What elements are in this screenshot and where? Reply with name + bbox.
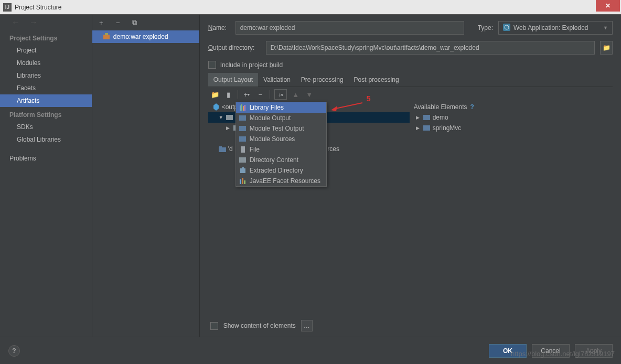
nav-forward-icon[interactable]: → xyxy=(29,18,38,27)
svg-rect-18 xyxy=(244,180,245,184)
sidebar-item-sdks[interactable]: SDKs xyxy=(0,121,92,133)
expand-icon[interactable]: ▶ xyxy=(416,125,421,131)
svg-rect-12 xyxy=(244,105,245,111)
web-icon xyxy=(503,24,510,33)
copy-artifact-button[interactable]: ⧉ xyxy=(130,18,140,27)
folder-icon xyxy=(239,156,247,164)
file-icon xyxy=(239,146,247,153)
move-up-button[interactable]: ▲ xyxy=(291,90,301,99)
svg-rect-5 xyxy=(219,147,226,152)
svg-rect-9 xyxy=(240,105,241,111)
titlebar: IJ Project Structure ✕ xyxy=(0,0,621,15)
popup-javaee-facet[interactable]: JavaEE Facet Resources xyxy=(236,176,326,186)
sort-button[interactable]: ↓a xyxy=(274,89,287,100)
annotation-number: 5 xyxy=(367,94,371,103)
move-down-button[interactable]: ▼ xyxy=(305,90,314,99)
popup-file[interactable]: File xyxy=(236,144,326,155)
sidebar-item-problems[interactable]: Problems xyxy=(0,152,92,165)
sidebar-item-project[interactable]: Project xyxy=(0,44,92,57)
help-icon[interactable]: ? xyxy=(470,103,474,111)
close-button[interactable]: ✕ xyxy=(596,0,620,12)
tab-pre-processing[interactable]: Pre-processing xyxy=(296,73,349,87)
show-content-label: Show content of elements xyxy=(223,322,296,329)
archive-icon xyxy=(239,167,247,174)
module-icon xyxy=(423,124,431,132)
tab-post-processing[interactable]: Post-processing xyxy=(349,73,404,87)
javaee-icon xyxy=(239,177,247,185)
tab-output-layout[interactable]: Output Layout xyxy=(208,73,258,87)
available-elements-panel: Available Elements ? ▶ demo ▶ springMvc xyxy=(410,102,613,317)
new-archive-button[interactable]: ▮ xyxy=(224,90,233,99)
output-root-icon xyxy=(212,103,220,111)
window-title: Project Structure xyxy=(15,4,61,11)
nav-back-icon[interactable]: ← xyxy=(12,18,20,27)
sidebar-item-global-libraries[interactable]: Global Libraries xyxy=(0,133,92,146)
folder-icon xyxy=(239,135,247,143)
artifact-icon xyxy=(103,33,110,40)
svg-rect-1 xyxy=(105,33,108,35)
sidebar-item-artifacts[interactable]: Artifacts xyxy=(0,94,92,107)
svg-rect-6 xyxy=(219,146,222,148)
popup-module-test-output[interactable]: Module Test Output xyxy=(236,123,326,134)
tab-validation[interactable]: Validation xyxy=(258,73,296,87)
popup-module-sources[interactable]: Module Sources xyxy=(236,134,326,144)
watermark-text: https://blog.csdn.net/lgl782519197 xyxy=(511,350,615,358)
svg-rect-13 xyxy=(241,146,245,153)
name-input[interactable] xyxy=(235,21,464,35)
popup-module-output[interactable]: Module Output xyxy=(236,113,326,123)
new-folder-button[interactable]: 📁 xyxy=(210,90,220,99)
app-icon: IJ xyxy=(3,3,12,12)
show-content-checkbox[interactable] xyxy=(210,322,218,330)
type-label: Type: xyxy=(478,24,493,31)
layout-toolbar: 📁 ▮ +▾ − ↓a ▲ ▼ xyxy=(208,87,613,102)
include-label: Include in project build xyxy=(220,61,283,69)
popup-extracted-directory[interactable]: Extracted Directory xyxy=(236,165,326,176)
svg-rect-15 xyxy=(242,167,244,169)
type-combobox[interactable]: Web Application: Exploded ▼ xyxy=(498,21,613,35)
available-header: Available Elements xyxy=(414,103,467,111)
ellipsis-button[interactable]: … xyxy=(301,320,313,331)
tabs: Output Layout Validation Pre-processing … xyxy=(208,73,613,87)
add-popup-menu: Library Files Module Output Module Test … xyxy=(235,102,327,187)
name-label: Name: xyxy=(208,24,230,31)
remove-button[interactable]: − xyxy=(256,90,265,99)
add-copy-button[interactable]: +▾ xyxy=(242,90,252,99)
output-directory-input[interactable] xyxy=(266,41,595,55)
expand-icon[interactable]: ▶ xyxy=(226,125,231,131)
svg-rect-11 xyxy=(243,106,244,111)
help-button[interactable]: ? xyxy=(8,345,20,357)
output-tree[interactable]: <output root> ▼ W ▶ 'd urces xyxy=(208,102,410,317)
library-icon xyxy=(239,104,247,111)
svg-rect-0 xyxy=(103,35,110,39)
artifact-list-item[interactable]: demo:war exploded xyxy=(92,30,199,43)
svg-rect-2 xyxy=(503,24,510,31)
chevron-down-icon: ▼ xyxy=(603,25,608,30)
popup-library-files[interactable]: Library Files xyxy=(236,102,326,113)
browse-output-button[interactable]: 📁 xyxy=(600,41,613,55)
include-checkbox[interactable] xyxy=(208,61,216,69)
add-artifact-button[interactable]: + xyxy=(97,18,106,27)
svg-marker-4 xyxy=(213,103,219,111)
svg-rect-17 xyxy=(242,178,243,184)
folder-icon xyxy=(239,114,247,122)
module-icon xyxy=(219,145,226,153)
sidebar-item-modules[interactable]: Modules xyxy=(0,57,92,69)
type-value: Web Application: Exploded xyxy=(513,24,588,31)
sidebar-item-libraries[interactable]: Libraries xyxy=(0,69,92,82)
folder-icon xyxy=(226,114,233,121)
module-icon xyxy=(423,114,431,121)
remove-artifact-button[interactable]: − xyxy=(113,18,123,27)
svg-rect-10 xyxy=(241,104,242,111)
available-item-demo[interactable]: ▶ demo xyxy=(414,112,613,123)
section-platform-settings: Platform Settings xyxy=(0,107,92,121)
folder-icon xyxy=(239,125,247,132)
expand-icon[interactable]: ▼ xyxy=(219,115,224,120)
available-item-springmvc[interactable]: ▶ springMvc xyxy=(414,123,613,133)
svg-rect-14 xyxy=(240,168,245,173)
popup-directory-content[interactable]: Directory Content xyxy=(236,155,326,165)
artifact-list-panel: + − ⧉ demo:war exploded xyxy=(92,15,200,337)
artifact-item-label: demo:war exploded xyxy=(113,33,168,40)
detail-panel: Name: Type: Web Application: Exploded ▼ … xyxy=(200,15,621,337)
expand-icon[interactable]: ▶ xyxy=(416,115,421,120)
sidebar-item-facets[interactable]: Facets xyxy=(0,82,92,94)
